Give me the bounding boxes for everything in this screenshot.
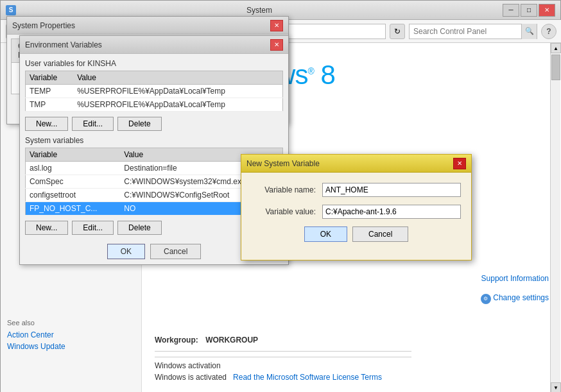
new-sysvar-titlebar: New System Variable ✕ (241, 155, 471, 173)
minimize-button[interactable]: ─ (503, 4, 519, 17)
env-vars-title: Environment Variables (25, 40, 102, 49)
right-scrollbar: ▲ ▼ (550, 43, 560, 392)
change-settings-link[interactable]: Change settings (493, 293, 549, 302)
table-row[interactable]: TEMP %USERPROFILE%¥AppData¥Local¥Temp (26, 85, 283, 98)
user-var-col-value: Value (73, 71, 282, 85)
windows-activation-area: Windows activation Windows is activated … (155, 351, 411, 382)
user-var-temp-value: %USERPROFILE%¥AppData¥Local¥Temp (73, 85, 282, 98)
new-sysvar-dialog: New System Variable ✕ Variable name: Var… (241, 154, 472, 260)
env-vars-close-button[interactable]: ✕ (270, 39, 283, 51)
user-var-temp-name: TEMP (26, 85, 74, 98)
activation-license-link[interactable]: Read the Microsoft Software License Term… (233, 373, 382, 382)
user-variables-table: Variable Value TEMP %USERPROFILE%¥AppDat… (25, 71, 283, 112)
maximize-button[interactable]: □ (521, 4, 537, 17)
variable-name-row: Variable name: (252, 183, 461, 197)
new-sysvar-content: Variable name: Variable value: OK Cancel (241, 173, 471, 260)
close-button[interactable]: ✕ (539, 4, 555, 17)
variable-value-label: Variable value: (252, 207, 322, 216)
table-row[interactable]: TMP %USERPROFILE%¥AppData¥Local¥Temp (26, 98, 283, 112)
env-vars-ok-button[interactable]: OK (107, 244, 145, 259)
env-vars-titlebar: Environment Variables ✕ (20, 36, 288, 54)
search-box-container: 🔍 (409, 24, 537, 39)
workgroup-value: WORKGROUP (205, 336, 258, 345)
sys-var-col-variable: Variable (26, 148, 121, 162)
scrollbar-up-button[interactable]: ▲ (551, 43, 561, 53)
user-new-button[interactable]: New... (25, 117, 68, 131)
change-settings-icon: ⚙ (481, 294, 491, 304)
workgroup-area: Workgroup: WORKGROUP (155, 336, 258, 345)
activation-text: Windows is activated Read the Microsoft … (155, 373, 411, 382)
refresh-button[interactable]: ↻ (390, 24, 405, 39)
sys-var-asllog-name: asl.log (26, 162, 121, 175)
variable-value-row: Variable value: (252, 205, 461, 219)
search-input[interactable] (410, 26, 521, 37)
search-icon[interactable]: 🔍 (521, 24, 537, 39)
user-vars-buttons: New... Edit... Delete (25, 117, 283, 131)
sidebar-item-action-center[interactable]: Action Center (7, 330, 135, 339)
user-var-col-variable: Variable (26, 71, 74, 85)
sys-var-config-name: configsettroot (26, 189, 121, 202)
variable-value-input[interactable] (322, 205, 461, 219)
env-vars-cancel-button[interactable]: Cancel (150, 244, 201, 259)
see-also-label: See also (7, 319, 135, 327)
new-sysvar-title: New System Variable (246, 159, 320, 168)
variable-name-label: Variable name: (252, 185, 322, 194)
sys-edit-button[interactable]: Edit... (72, 221, 114, 235)
support-information-link[interactable]: Support Information (481, 274, 549, 283)
scrollbar-thumb[interactable] (551, 55, 560, 80)
workgroup-label: Workgroup: (155, 336, 198, 345)
activation-title: Windows activation (155, 357, 411, 370)
window-icon: S (6, 5, 16, 15)
help-button[interactable]: ? (541, 24, 557, 39)
new-sysvar-ok-button[interactable]: OK (304, 226, 347, 242)
user-var-tmp-name: TMP (26, 98, 74, 112)
new-sysvar-cancel-button[interactable]: Cancel (352, 226, 408, 242)
user-variables-section: User variables for KINSHA Variable Value… (25, 59, 283, 112)
window-title: System (16, 6, 503, 15)
variable-name-input[interactable] (322, 183, 461, 197)
user-variables-title: User variables for KINSHA (25, 59, 283, 68)
system-properties-titlebar: System Properties ✕ (7, 17, 288, 35)
scrollbar-down-button[interactable]: ▼ (551, 382, 561, 392)
new-sysvar-buttons: OK Cancel (252, 226, 461, 250)
sys-new-button[interactable]: New... (25, 221, 68, 235)
sys-var-comspec-name: ComSpec (26, 175, 121, 189)
sys-delete-button[interactable]: Delete (117, 221, 162, 235)
system-properties-close-button[interactable]: ✕ (270, 20, 283, 31)
user-delete-button[interactable]: Delete (117, 117, 162, 131)
sidebar-item-windows-update[interactable]: Windows Update (7, 342, 135, 351)
user-edit-button[interactable]: Edit... (72, 117, 114, 131)
system-variables-title: System variables (25, 136, 283, 145)
new-sysvar-close-button[interactable]: ✕ (453, 158, 466, 169)
system-properties-title: System Properties (12, 21, 75, 30)
titlebar-controls: ─ □ ✕ (503, 4, 555, 17)
user-var-tmp-value: %USERPROFILE%¥AppData¥Local¥Temp (73, 98, 282, 112)
sys-var-fp-name: FP_NO_HOST_C... (26, 202, 121, 216)
